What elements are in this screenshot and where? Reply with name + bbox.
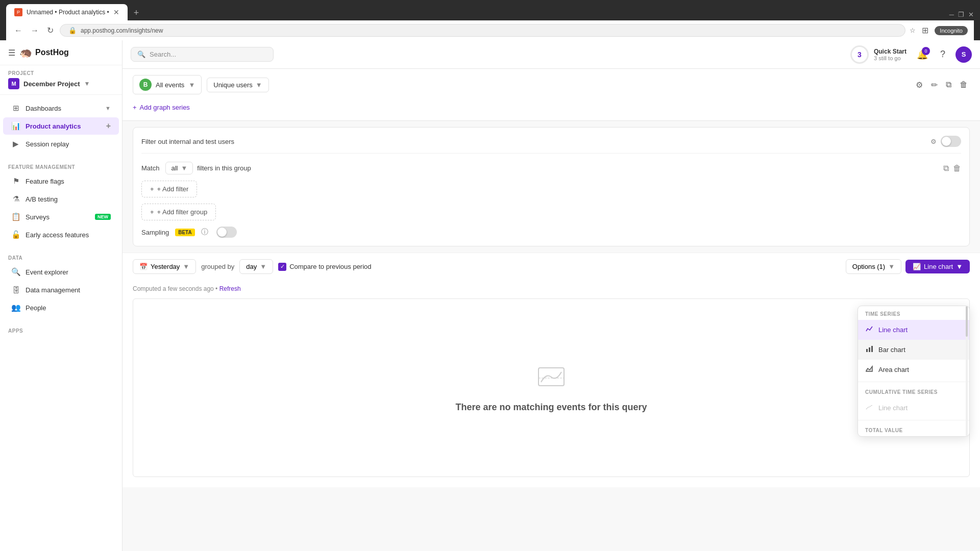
filter-icon[interactable]: ⚙ xyxy=(914,78,925,92)
sidebar-item-event-explorer[interactable]: 🔍 Event explorer xyxy=(3,263,119,281)
add-filter-button[interactable]: + + Add filter xyxy=(141,181,197,197)
filter-internal-row: Filter out internal and test users ⚙ xyxy=(141,136,961,154)
sidebar: ☰ 🦔 PostHog PROJECT M December Project ▼… xyxy=(0,40,122,551)
quick-start-text: Quick Start 3 still to go xyxy=(874,48,906,61)
surveys-icon: 📋 xyxy=(11,212,20,221)
sampling-toggle-knob xyxy=(217,228,227,237)
options-label: Options (1) xyxy=(852,263,885,270)
sidebar-item-label: Session replay xyxy=(26,140,111,148)
early-access-icon: 🔓 xyxy=(11,230,20,239)
window-minimize[interactable]: ─ xyxy=(949,11,954,18)
app-container: ☰ 🦔 PostHog PROJECT M December Project ▼… xyxy=(0,40,980,551)
sampling-row: Sampling BETA ⓘ xyxy=(141,227,961,238)
sidebar-item-label: Feature flags xyxy=(26,178,111,185)
match-value-selector[interactable]: all ▼ xyxy=(165,162,193,174)
user-avatar[interactable]: S xyxy=(955,46,972,63)
add-graph-series-button[interactable]: + Add graph series xyxy=(133,101,970,114)
date-chevron-icon: ▼ xyxy=(183,263,189,270)
compare-checkbox[interactable]: ✓ Compare to previous period xyxy=(278,263,371,271)
line-chart-label: Line chart xyxy=(924,263,953,270)
apps-section-label: APPS xyxy=(0,325,122,336)
filter-internal-label: Filter out internal and test users xyxy=(141,138,234,145)
data-section: DATA 🔍 Event explorer 🗄 Data management … xyxy=(0,248,122,321)
project-name-text: December Project xyxy=(23,80,80,88)
apps-section: APPS xyxy=(0,321,122,340)
line-chart-button[interactable]: 📈 Line chart ▼ xyxy=(905,260,970,273)
sidebar-item-data-management[interactable]: 🗄 Data management xyxy=(3,281,119,298)
bookmark-icon[interactable]: ☆ xyxy=(910,27,916,34)
chart-type-area-chart[interactable]: Area chart xyxy=(858,360,969,380)
sidebar-item-feature-flags[interactable]: ⚑ Feature flags xyxy=(3,172,119,190)
refresh-link[interactable]: Refresh xyxy=(219,285,241,292)
project-selector[interactable]: M December Project ▼ xyxy=(8,78,114,89)
dashboards-chevron-icon: ▼ xyxy=(105,105,111,111)
quick-start-title: Quick Start xyxy=(874,48,906,55)
search-box[interactable]: 🔍 Search... xyxy=(131,47,274,62)
sampling-toggle[interactable] xyxy=(216,227,237,238)
dropdown-scrollbar[interactable] xyxy=(966,306,968,436)
sidebar-item-ab-testing[interactable]: ⚗ A/B testing xyxy=(3,190,119,208)
tab-close-button[interactable]: ✕ xyxy=(113,8,119,16)
cumulative-line-label: Line chart xyxy=(878,404,908,412)
filter-settings-icon[interactable]: ⚙ xyxy=(930,138,937,145)
delete-filter-icon[interactable]: 🗑 xyxy=(953,164,961,173)
svg-rect-4 xyxy=(871,346,873,352)
group-by-selector[interactable]: day ▼ xyxy=(239,259,273,274)
empty-chart-state: There are no matching events for this qu… xyxy=(445,332,657,443)
help-button[interactable]: ? xyxy=(938,47,947,62)
feature-flags-icon: ⚑ xyxy=(11,177,20,186)
sidebar-item-label: Dashboards xyxy=(26,105,100,112)
extensions-button[interactable]: ⊞ xyxy=(920,23,930,37)
window-restore[interactable]: ❐ xyxy=(958,11,964,18)
total-value-header: TOTAL VALUE xyxy=(858,422,969,436)
menu-toggle-icon[interactable]: ☰ xyxy=(8,48,15,58)
active-tab[interactable]: P Unnamed • Product analytics • ✕ xyxy=(6,4,128,20)
copy-icon[interactable]: ⧉ xyxy=(944,78,953,91)
date-selector[interactable]: 📅 Yesterday ▼ xyxy=(133,259,196,274)
sidebar-item-product-analytics[interactable]: 📊 Product analytics + xyxy=(3,117,119,135)
line-chart-chevron-icon: ▼ xyxy=(956,263,963,270)
tab-title: Unnamed • Product analytics • xyxy=(27,9,109,16)
svg-rect-2 xyxy=(866,349,868,352)
url-bar[interactable]: 🔒 app.posthog.com/insights/new xyxy=(60,24,905,37)
unique-users-selector[interactable]: Unique users ▼ xyxy=(207,78,268,92)
sidebar-item-surveys[interactable]: 📋 Surveys NEW xyxy=(3,208,119,226)
add-insight-icon[interactable]: + xyxy=(106,121,111,131)
quick-start-circle: 3 xyxy=(850,45,869,64)
copy-filter-icon[interactable]: ⧉ xyxy=(943,164,949,173)
quick-start-widget[interactable]: 3 Quick Start 3 still to go xyxy=(850,45,906,64)
filter-internal-toggle[interactable] xyxy=(941,136,961,147)
refresh-button[interactable]: ↻ xyxy=(45,23,56,37)
add-filter-label: + Add filter xyxy=(157,185,189,193)
quick-start-number: 3 xyxy=(857,51,862,59)
event-label: All events xyxy=(156,81,184,89)
sidebar-item-people[interactable]: 👥 People xyxy=(3,299,119,316)
event-selector[interactable]: B All events ▼ xyxy=(133,75,202,94)
forward-button[interactable]: → xyxy=(29,24,41,37)
project-avatar: M xyxy=(8,78,19,89)
people-icon: 👥 xyxy=(11,303,20,312)
logo-icon: 🦔 xyxy=(19,46,32,59)
chart-type-bar-chart[interactable]: Bar chart xyxy=(858,340,969,360)
quick-start-subtitle: 3 still to go xyxy=(874,55,906,61)
chart-type-line-chart[interactable]: Line chart xyxy=(858,320,969,340)
sidebar-item-session-replay[interactable]: ▶ Session replay xyxy=(3,135,119,153)
edit-icon[interactable]: ✏ xyxy=(929,78,940,92)
back-button[interactable]: ← xyxy=(12,24,24,37)
notifications-button[interactable]: 🔔 0 xyxy=(915,47,930,62)
cumulative-series-header: CUMULATIVE TIME SERIES xyxy=(858,384,969,398)
product-analytics-icon: 📊 xyxy=(11,121,20,131)
sampling-info-icon[interactable]: ⓘ xyxy=(201,228,208,237)
nav-section: ⊞ Dashboards ▼ 📊 Product analytics + ▶ S… xyxy=(0,95,122,157)
dashboards-icon: ⊞ xyxy=(11,104,20,113)
add-filter-group-button[interactable]: + + Add filter group xyxy=(141,204,216,220)
window-close[interactable]: ✕ xyxy=(968,11,974,18)
filter-section: Filter out internal and test users ⚙ Mat… xyxy=(133,127,970,246)
sidebar-item-early-access[interactable]: 🔓 Early access features xyxy=(3,226,119,243)
session-replay-icon: ▶ xyxy=(11,139,20,148)
sidebar-item-dashboards[interactable]: ⊞ Dashboards ▼ xyxy=(3,99,119,117)
new-tab-button[interactable]: + xyxy=(130,6,143,20)
incognito-button[interactable]: Incognito xyxy=(935,26,968,35)
delete-icon[interactable]: 🗑 xyxy=(958,78,970,91)
options-button[interactable]: Options (1) ▼ xyxy=(846,259,901,274)
